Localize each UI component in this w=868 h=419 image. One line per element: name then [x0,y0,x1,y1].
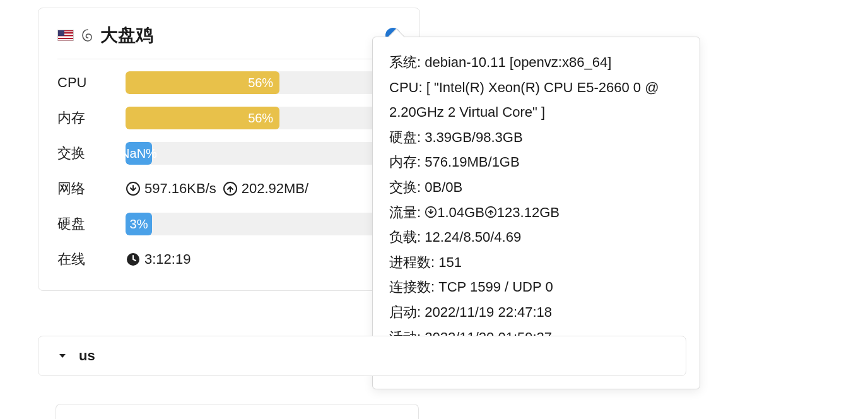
group-panel-us[interactable]: us [38,336,686,376]
net-down-value: 597.16KB/s [144,180,216,197]
label-mem: 内存 [57,109,126,127]
label-net: 网络 [57,179,126,198]
tooltip-conn: 连接数: TCP 1599 / UDP 0 [389,274,683,300]
label-online: 在线 [57,250,126,269]
mem-bar-fill: 56% [126,107,279,129]
net-up-value: 202.92MB/ [242,180,308,197]
mem-bar: 56% [126,107,401,129]
row-mem: 内存 56% [57,103,401,133]
tooltip-mem: 内存: 576.19MB/1GB [389,150,683,175]
clock-icon [126,252,141,267]
caret-down-icon [57,351,67,361]
server-card: 大盘鸡 i CPU 56% 内存 56% 交换 [38,8,420,291]
swap-bar: NaN% [126,142,401,165]
row-online: 在线 3:12:19 [57,245,401,274]
row-cpu: CPU 56% [57,68,401,97]
tooltip-proc: 进程数: 151 [389,250,683,275]
debian-icon [80,28,95,43]
card-header: 大盘鸡 i [57,23,401,59]
group-label: us [79,348,95,364]
upload-icon [223,181,238,196]
nested-card-peek [56,404,419,419]
server-title: 大盘鸡 [100,23,385,47]
upload-icon [484,206,497,218]
tooltip-load: 负载: 12.24/8.50/4.69 [389,225,683,250]
tooltip-swap: 交换: 0B/0B [389,175,683,200]
label-swap: 交换 [57,144,126,163]
download-icon [126,181,141,196]
tooltip-traffic: 流量: 1.04GB123.12GB [389,200,683,225]
label-cpu: CPU [57,74,126,91]
tooltip-cpu: CPU: [ "Intel(R) Xeon(R) CPU E5-2660 0 @… [389,75,683,125]
disk-bar-fill: 3% [126,213,152,235]
label-disk: 硬盘 [57,215,126,233]
row-net: 网络 597.16KB/s 202.92MB/ [57,174,401,203]
online-value: 3:12:19 [144,251,191,268]
cpu-bar: 56% [126,71,401,94]
swap-bar-fill: NaN% [126,142,152,165]
flag-us-icon [57,30,74,41]
download-icon [425,206,437,218]
tooltip-system: 系统: debian-10.11 [openvz:x86_64] [389,50,683,75]
tooltip-disk: 硬盘: 3.39GB/98.3GB [389,125,683,150]
tooltip-boot: 启动: 2022/11/19 22:47:18 [389,300,683,325]
row-swap: 交换 NaN% [57,139,401,168]
disk-bar: 3% [126,213,401,235]
row-disk: 硬盘 3% [57,210,401,239]
cpu-bar-fill: 56% [126,71,279,94]
